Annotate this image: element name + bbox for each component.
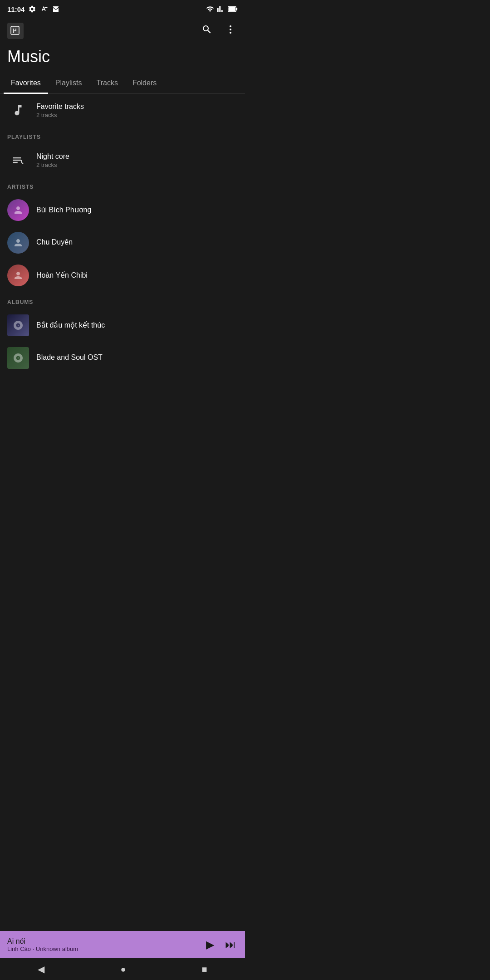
artist-hyc-name: Hoàn Yến Chibi [36,271,238,279]
album-bas-thumb [7,347,29,369]
svg-rect-4 [11,26,19,34]
gear-icon [28,5,36,13]
playlist-nightcore-title: Night core [36,152,238,161]
artist-bbp[interactable]: Bùi Bích Phương [0,194,245,226]
album-bdmkt-title: Bắt đầu một kết thúc [36,321,238,329]
content: Favorite tracks 2 tracks PLAYLISTS Night… [0,94,245,374]
playlists-header: PLAYLISTS [0,127,245,144]
artist-cd[interactable]: Chu Duyên [0,226,245,259]
artist-bbp-text: Bùi Bích Phương [36,206,238,215]
status-left: 11:04 [7,5,60,13]
album-bas-title: Blade and Soul OST [36,353,238,362]
tab-playlists[interactable]: Playlists [48,74,89,94]
playlist-icon [7,149,29,171]
status-bar: 11:04 [0,0,245,18]
music-note-icon [7,99,29,121]
svg-point-6 [230,29,231,30]
avatar-cd [7,232,29,254]
album-bas-text: Blade and Soul OST [36,353,238,363]
albums-header: ALBUMS [0,292,245,309]
playlist-nightcore-text: Night core 2 tracks [36,152,238,168]
status-right [206,5,238,13]
album-bas[interactable]: Blade and Soul OST [0,342,245,374]
artists-header: ARTISTS [0,176,245,194]
signal-icon [217,5,225,13]
svg-point-5 [230,25,231,27]
avatar-hyc [7,265,29,286]
tabs: Favorites Playlists Tracks Folders [0,74,245,94]
artist-hyc[interactable]: Hoàn Yến Chibi [0,259,245,292]
search-icon [201,24,212,35]
favorite-tracks-item[interactable]: Favorite tracks 2 tracks [0,94,245,127]
status-time: 11:04 [7,5,24,13]
more-icon [225,24,236,35]
tab-tracks[interactable]: Tracks [89,74,125,94]
artist-hyc-text: Hoàn Yến Chibi [36,271,238,280]
avatar-bbp [7,199,29,221]
tab-folders[interactable]: Folders [125,74,164,94]
favorite-tracks-text: Favorite tracks 2 tracks [36,103,238,118]
battery-icon [228,5,238,13]
top-actions [200,22,238,39]
favorite-tracks-title: Favorite tracks [36,103,238,111]
app-logo [7,23,24,39]
favorite-tracks-subtitle: 2 tracks [36,112,238,118]
wifi-icon [206,5,214,13]
svg-rect-2 [236,8,237,10]
artist-cd-name: Chu Duyên [36,238,238,246]
more-button[interactable] [223,22,238,39]
album-bdmkt[interactable]: Bắt đầu một kết thúc [0,309,245,342]
page-title: Music [0,44,245,74]
artist-bbp-name: Bùi Bích Phương [36,206,238,214]
gmail-icon [52,5,60,13]
svg-rect-0 [45,7,48,8]
artist-cd-text: Chu Duyên [36,238,238,247]
album-bdmkt-text: Bắt đầu một kết thúc [36,321,238,330]
top-bar [0,18,245,44]
album-bdmkt-thumb [7,314,29,336]
playlist-nightcore[interactable]: Night core 2 tracks [0,144,245,176]
a-icon [40,5,48,13]
playlist-nightcore-subtitle: 2 tracks [36,162,238,168]
svg-rect-3 [228,7,235,11]
search-button[interactable] [200,22,214,39]
tab-favorites[interactable]: Favorites [4,74,48,94]
svg-point-7 [230,32,231,34]
